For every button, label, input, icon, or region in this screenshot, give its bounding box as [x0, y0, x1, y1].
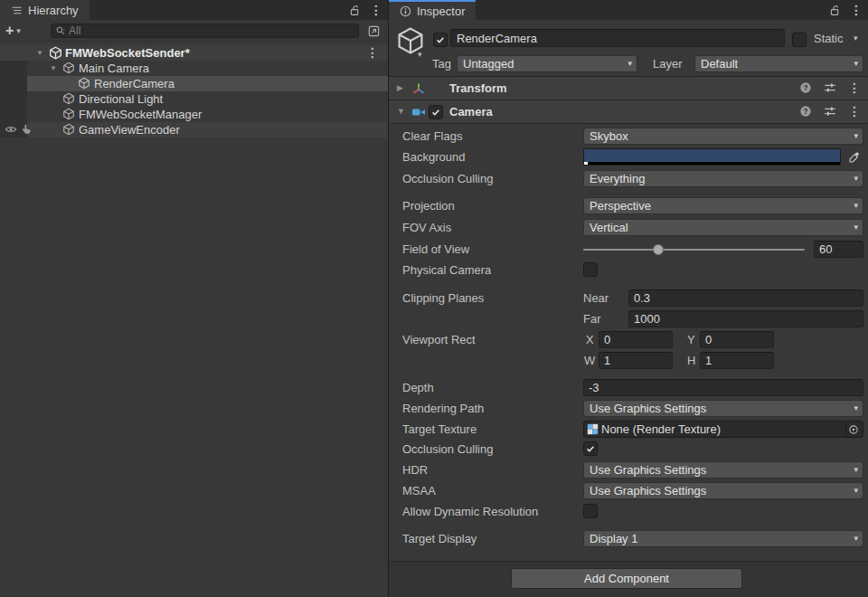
viewport-y-field[interactable] — [700, 331, 774, 348]
visibility-gutter[interactable] — [0, 107, 27, 122]
presets-button[interactable] — [824, 105, 836, 118]
field-label: Occlusion Culling — [402, 441, 493, 458]
fov-axis-dropdown[interactable]: Vertical ▾ — [583, 219, 863, 236]
static-checkbox[interactable] — [792, 33, 807, 47]
fov-value-field[interactable] — [814, 241, 863, 258]
help-button[interactable]: ? — [799, 105, 812, 118]
presets-button[interactable] — [824, 81, 836, 94]
scene-options-icon[interactable]: ⋮ — [366, 45, 379, 61]
field-label: Background — [402, 148, 465, 166]
hierarchy-item-fmwebsocketmanager[interactable]: FMWebSocketManager — [0, 107, 388, 122]
add-component-button[interactable]: Add Component — [511, 568, 742, 589]
layer-dropdown[interactable]: Default ▾ — [694, 55, 863, 72]
hierarchy-item-scene[interactable]: ▼ FMWebSocketSender* ⋮ — [0, 45, 388, 61]
help-button[interactable]: ? — [799, 81, 812, 94]
culling-mask-dropdown[interactable]: Everything ▾ — [583, 170, 863, 187]
clear-flags-value: Skybox — [590, 129, 628, 143]
field-row-viewport-xy: Viewport Rect X Y — [389, 331, 868, 348]
far-field[interactable] — [628, 310, 863, 327]
viewport-w-field[interactable] — [599, 352, 673, 369]
eyedropper-button[interactable] — [845, 148, 863, 166]
static-dropdown-caret[interactable]: ▾ — [854, 34, 858, 43]
gameobject-name-field[interactable] — [450, 29, 785, 47]
panel-menu-button[interactable]: ⋮ — [850, 4, 863, 16]
camera-header-actions: ? ⋮ — [799, 105, 861, 118]
component-menu-button[interactable]: ⋮ — [848, 81, 861, 94]
search-input[interactable] — [69, 24, 354, 37]
viewport-x-field[interactable] — [599, 331, 673, 348]
eyedropper-icon — [848, 151, 861, 164]
hierarchy-item-main-camera[interactable]: ▼ Main Camera — [0, 61, 388, 76]
field-row-clipping-near: Clipping Planes Near — [389, 289, 868, 307]
camera-enabled-checkbox[interactable] — [429, 105, 443, 119]
clear-flags-dropdown[interactable]: Skybox ▾ — [583, 128, 863, 145]
field-label: Viewport Rect — [402, 331, 476, 348]
field-label: MSAA — [402, 482, 436, 499]
tag-dropdown[interactable]: Untagged ▾ — [457, 55, 637, 72]
component-menu-button[interactable]: ⋮ — [848, 105, 861, 118]
field-row-rendering-path: Rendering Path Use Graphics Settings ▾ — [389, 400, 868, 417]
gameobject-icon-caret[interactable]: ▾ — [418, 51, 422, 59]
inspector-tabbar: Inspector ⋮ — [389, 0, 868, 20]
create-object-button[interactable]: + ▾ — [5, 22, 21, 40]
field-row-allow-dynamic-resolution: Allow Dynamic Resolution — [389, 503, 868, 520]
object-picker-button[interactable] — [845, 422, 861, 437]
chevron-down-icon: ▾ — [854, 202, 858, 210]
field-label: Target Display — [402, 530, 476, 547]
transform-icon — [411, 81, 426, 96]
tab-inspector[interactable]: Inspector — [389, 0, 476, 20]
foldout-open-icon[interactable]: ▼ — [36, 45, 43, 61]
foldout-open-icon[interactable]: ▼ — [397, 100, 405, 123]
transform-component-header[interactable]: ▶ Transform ? ⋮ — [389, 77, 868, 100]
hierarchy-item-rendercamera[interactable]: RenderCamera — [0, 76, 388, 91]
hierarchy-search[interactable] — [51, 24, 359, 38]
depth-field[interactable] — [583, 379, 863, 396]
projection-dropdown[interactable]: Perspective ▾ — [583, 197, 863, 214]
hierarchy-item-gameviewencoder[interactable]: GameViewEncoder — [0, 122, 388, 137]
allow-dynamic-resolution-checkbox[interactable] — [583, 504, 598, 518]
foldout-open-icon[interactable]: ▼ — [50, 61, 57, 76]
chevron-down-icon: ▾ — [854, 132, 858, 140]
far-label: Far — [583, 310, 601, 327]
picking-hand-icon[interactable] — [20, 123, 33, 137]
field-row-target-display: Target Display Display 1 ▾ — [389, 530, 868, 547]
occlusion-culling-checkbox[interactable] — [583, 441, 598, 456]
kebab-icon: ⋮ — [850, 4, 863, 16]
msaa-value: Use Graphics Settings — [590, 484, 706, 498]
fov-axis-value: Vertical — [590, 221, 628, 234]
visibility-eye-icon[interactable] — [5, 123, 18, 137]
target-texture-object-field[interactable]: None (Render Texture) — [583, 421, 863, 438]
target-texture-value: None (Render Texture) — [601, 422, 845, 437]
panel-menu-button[interactable]: ⋮ — [370, 4, 382, 16]
foldout-closed-icon[interactable]: ▶ — [397, 77, 403, 100]
visibility-gutter[interactable] — [0, 76, 27, 91]
rendering-path-dropdown[interactable]: Use Graphics Settings ▾ — [583, 400, 863, 417]
near-label: Near — [583, 289, 609, 307]
field-row-occlusion-culling: Occlusion Culling — [389, 441, 868, 458]
lock-button[interactable] — [829, 5, 841, 16]
check-icon — [430, 107, 441, 118]
physical-camera-checkbox[interactable] — [583, 262, 598, 277]
open-search-window-button[interactable] — [364, 23, 382, 39]
near-field[interactable] — [628, 289, 863, 307]
visibility-gutter[interactable] — [0, 91, 27, 107]
svg-text:?: ? — [803, 107, 807, 116]
gameobject-cube-icon — [62, 123, 76, 137]
lock-button[interactable] — [349, 5, 361, 16]
hdr-dropdown[interactable]: Use Graphics Settings ▾ — [583, 461, 863, 479]
camera-component-header[interactable]: ▼ Camera ? ⋮ — [389, 100, 868, 124]
field-label: Target Texture — [402, 421, 476, 438]
fov-slider-handle[interactable] — [653, 244, 664, 255]
background-color-swatch[interactable] — [583, 148, 841, 166]
msaa-dropdown[interactable]: Use Graphics Settings ▾ — [583, 482, 863, 499]
viewport-h-field[interactable] — [700, 352, 774, 369]
active-checkbox[interactable] — [433, 33, 448, 47]
kebab-icon: ⋮ — [370, 4, 382, 16]
target-display-dropdown[interactable]: Display 1 ▾ — [583, 530, 863, 547]
fov-slider[interactable] — [583, 249, 805, 251]
visibility-gutter[interactable] — [0, 61, 27, 76]
tab-hierarchy[interactable]: Hierarchy — [0, 0, 90, 20]
field-label: Physical Camera — [402, 261, 491, 279]
field-row-background: Background — [389, 148, 868, 166]
hierarchy-item-directional-light[interactable]: Directional Light — [0, 91, 388, 107]
